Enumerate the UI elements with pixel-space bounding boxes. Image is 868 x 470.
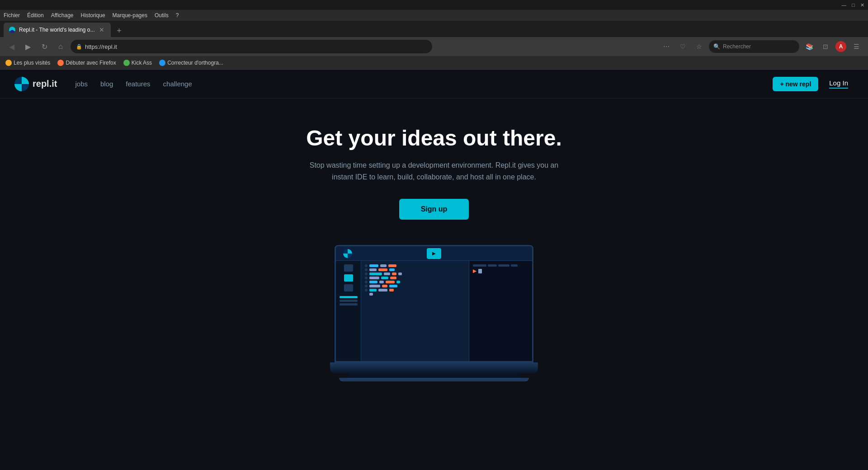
hero-subtitle: Stop wasting time setting up a developme… <box>307 160 561 183</box>
bookmark-most-visited[interactable]: Les plus visités <box>5 60 50 66</box>
nav-link-features[interactable]: features <box>126 80 150 88</box>
close-button[interactable]: ✕ <box>860 2 864 8</box>
code-seg <box>369 289 377 291</box>
bookmark-correcteur[interactable]: Correcteur d'orthogra... <box>159 60 223 66</box>
ide-code-panel <box>361 261 469 361</box>
code-line-3 <box>365 273 465 275</box>
tab-close-button[interactable]: ✕ <box>98 26 105 33</box>
code-seg <box>369 281 377 283</box>
ide-sidebar-settings-icon <box>344 274 353 282</box>
code-seg <box>369 293 373 296</box>
code-seg <box>378 289 387 291</box>
code-dot <box>365 268 368 271</box>
menu-outils[interactable]: Outils <box>155 12 169 19</box>
code-seg <box>381 277 388 279</box>
nav-links: jobs blog features challenge <box>75 80 192 88</box>
code-line-4 <box>365 277 465 279</box>
extensions-icon[interactable]: ⋯ <box>660 40 673 53</box>
bookmarks-bar: Les plus visités Débuter avec Firefox Ki… <box>0 56 868 70</box>
website-content: repl.it jobs blog features challenge + n… <box>0 70 868 470</box>
laptop-illustration: ▶ <box>330 245 538 381</box>
code-dot <box>365 289 368 291</box>
code-seg <box>369 285 380 287</box>
ide-terminal-panel: ▶ <box>469 261 532 361</box>
bookmark-label-correcteur: Correcteur d'orthogra... <box>167 60 223 66</box>
replit-navbar: repl.it jobs blog features challenge + n… <box>0 70 868 99</box>
code-seg <box>384 273 390 275</box>
forward-button[interactable]: ▶ <box>22 40 34 53</box>
terminal-line-1 <box>473 264 528 267</box>
search-box[interactable]: 🔍 Rechercher <box>709 40 799 53</box>
bookmark-favicon-ff <box>57 60 64 66</box>
code-dot <box>365 264 368 267</box>
terminal-seg <box>498 264 509 267</box>
laptop-ide-body: ▶ <box>336 261 532 361</box>
os-titlebar: — □ ✕ <box>0 0 868 10</box>
nav-link-challenge[interactable]: challenge <box>163 80 192 88</box>
sync-icon[interactable]: ⊡ <box>819 40 832 53</box>
ide-sidebar-extra-icon <box>344 284 353 291</box>
reading-list-icon[interactable]: ♡ <box>676 40 689 53</box>
menu-affichage[interactable]: Affichage <box>51 12 74 19</box>
browser-tab-active[interactable]: Repl.it - The world's leading o... ✕ <box>4 23 111 37</box>
bookmark-firefox[interactable]: Débuter avec Firefox <box>57 60 116 66</box>
code-line-2 <box>365 268 465 271</box>
maximize-button[interactable]: □ <box>852 2 855 8</box>
bookmark-kickass[interactable]: Kick Ass <box>123 60 152 66</box>
bookmark-icon[interactable]: ☆ <box>693 40 705 53</box>
search-icon: 🔍 <box>713 43 720 50</box>
bookmark-label-kickass: Kick Ass <box>132 60 152 66</box>
lock-icon: 🔒 <box>76 44 82 50</box>
code-seg <box>396 281 400 283</box>
library-icon[interactable]: 📚 <box>803 40 816 53</box>
code-seg <box>379 281 384 283</box>
reload-button[interactable]: ↻ <box>38 40 51 53</box>
new-repl-button[interactable]: + new repl <box>773 77 818 91</box>
terminal-seg <box>511 264 518 267</box>
signup-button[interactable]: Sign up <box>399 199 469 220</box>
laptop-base <box>330 362 538 373</box>
menu-help[interactable]: ? <box>176 12 179 19</box>
code-seg <box>382 285 387 287</box>
back-button[interactable]: ◀ <box>5 40 18 53</box>
new-tab-button[interactable]: + <box>113 24 125 37</box>
login-button[interactable]: Log In <box>824 75 854 92</box>
laptop-foot <box>339 378 529 381</box>
code-seg <box>389 289 394 291</box>
search-placeholder: Rechercher <box>723 43 751 50</box>
laptop-titlebar: ▶ <box>336 246 532 261</box>
laptop-replit-logo <box>343 249 352 258</box>
replit-logo-icon <box>14 77 29 91</box>
address-bar: ◀ ▶ ↻ ⌂ 🔒 https://repl.it ⋯ ♡ ☆ 🔍 Recher… <box>0 37 868 56</box>
nav-link-jobs[interactable]: jobs <box>75 80 88 88</box>
code-line-8 <box>365 293 465 296</box>
code-seg <box>392 273 396 275</box>
home-button[interactable]: ⌂ <box>54 40 67 53</box>
menu-button[interactable]: ☰ <box>850 40 863 53</box>
code-line-1 <box>365 264 465 267</box>
browser-chrome: Fichier Édition Affichage Historique Mar… <box>0 10 868 70</box>
bookmark-label-most-visited: Les plus visités <box>14 60 50 66</box>
laptop-screen: ▶ <box>335 245 533 362</box>
url-input[interactable]: 🔒 https://repl.it <box>71 40 432 53</box>
menu-historique[interactable]: Historique <box>81 12 105 19</box>
menu-fichier[interactable]: Fichier <box>4 12 20 19</box>
bookmark-favicon-star <box>5 60 12 66</box>
nav-actions: + new repl Log In <box>773 75 854 92</box>
code-seg <box>369 277 379 279</box>
code-dot <box>365 273 368 275</box>
bookmark-label-firefox: Débuter avec Firefox <box>66 60 116 66</box>
menu-marque-pages[interactable]: Marque-pages <box>113 12 147 19</box>
menu-edition[interactable]: Édition <box>27 12 44 19</box>
replit-logo[interactable]: repl.it <box>14 77 57 91</box>
user-avatar[interactable]: A <box>835 41 846 52</box>
replit-logo-text: repl.it <box>33 79 57 89</box>
code-line-7 <box>365 289 465 291</box>
laptop-stand <box>348 373 520 378</box>
tab-title: Repl.it - The world's leading o... <box>19 27 94 33</box>
ide-sidebar <box>336 261 361 361</box>
hero-section: Get your ideas out there. Stop wasting t… <box>0 99 868 470</box>
nav-link-blog[interactable]: blog <box>100 80 113 88</box>
code-seg <box>388 264 396 267</box>
minimize-button[interactable]: — <box>841 2 846 8</box>
